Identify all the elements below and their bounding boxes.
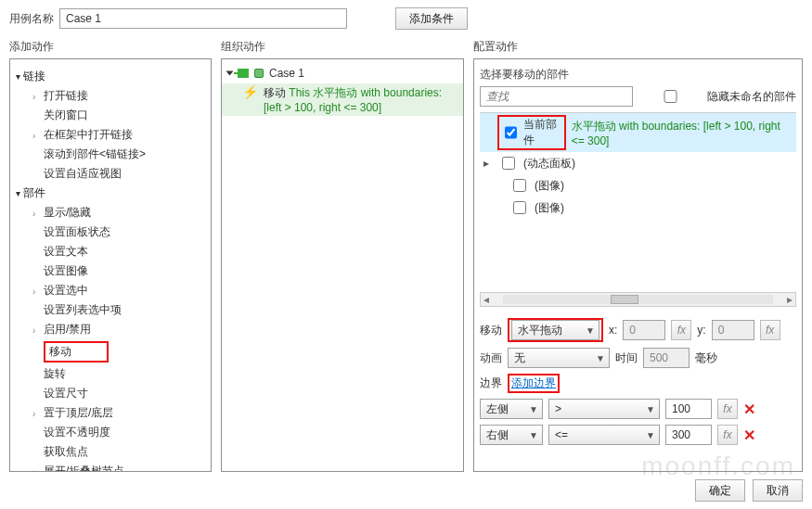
- widget-image1-name: (图像): [535, 178, 564, 194]
- tree-item-set-text[interactable]: 设置文本: [16, 242, 205, 261]
- anim-time-input: [643, 348, 690, 368]
- tree-item-scroll-to[interactable]: 滚动到部件<锚链接>: [16, 145, 205, 164]
- cfg-panel: 选择要移动的部件 隐藏未命名的部件 当前部件 水平拖动 with boundar…: [473, 58, 803, 472]
- tree-item-show-hide[interactable]: 显示/隐藏: [16, 203, 205, 223]
- boundary-row-1: 左侧▼ >▼ fx ✕: [480, 399, 796, 419]
- case-name-label: 用例名称: [9, 11, 54, 27]
- boundary-label: 边界: [480, 375, 502, 391]
- b1-delete-icon[interactable]: ✕: [743, 401, 755, 418]
- search-input[interactable]: [480, 86, 633, 107]
- x-fx-button[interactable]: fx: [671, 320, 691, 340]
- hide-unnamed-checkbox[interactable]: [642, 90, 699, 103]
- move-y-input: [712, 320, 754, 340]
- boundary-row-2: 右侧▼ <=▼ fx ✕: [480, 425, 796, 445]
- org-action-panel[interactable]: Case 1 ⚡ 移动 This 水平拖动 with boundaries: […: [221, 58, 464, 472]
- tree-item-enable-disable[interactable]: 启用/禁用: [16, 320, 205, 339]
- widget-list-hscroll[interactable]: ◂ ▸: [480, 292, 796, 307]
- b2-side-select[interactable]: 右侧▼: [480, 425, 543, 445]
- b1-side-select[interactable]: 左侧▼: [480, 399, 543, 419]
- widget-dynpanel-name: (动态面板): [523, 156, 575, 172]
- b2-fx-button[interactable]: fx: [717, 425, 738, 445]
- tree-item-adaptive-view[interactable]: 设置自适应视图: [16, 164, 205, 184]
- add-boundary-link[interactable]: 添加边界: [511, 376, 556, 389]
- move-label: 移动: [480, 323, 502, 338]
- case-badge-icon: [254, 69, 264, 78]
- scroll-right-icon[interactable]: ▸: [784, 294, 795, 305]
- tree-group-widget[interactable]: 部件: [16, 185, 205, 201]
- move-mode-select[interactable]: 水平拖动▼: [511, 320, 599, 340]
- y-label: y:: [697, 324, 705, 337]
- b2-op-select[interactable]: <=▼: [548, 425, 660, 445]
- widget-dynpanel-checkbox[interactable]: [502, 157, 515, 170]
- tree-item-set-image[interactable]: 设置图像: [16, 261, 205, 281]
- tree-item-move[interactable]: 移动: [16, 339, 205, 364]
- widget-list[interactable]: 当前部件 水平拖动 with boundaries: [left > 100, …: [480, 112, 796, 288]
- b1-op-select[interactable]: >▼: [548, 399, 660, 419]
- move-x-input: [623, 320, 665, 340]
- scroll-thumb[interactable]: [611, 295, 638, 304]
- add-action-title: 添加动作: [9, 39, 212, 55]
- widget-row-image1[interactable]: (图像): [480, 174, 796, 197]
- tree-item-set-size[interactable]: 设置尺寸: [16, 384, 205, 403]
- tree-item-set-list-selected[interactable]: 设置列表选中项: [16, 300, 205, 320]
- b2-delete-icon[interactable]: ✕: [743, 426, 755, 444]
- tree-item-panel-state[interactable]: 设置面板状态: [16, 223, 205, 242]
- tree-item-focus[interactable]: 获取焦点: [16, 442, 205, 462]
- chevron-down-icon: ▼: [529, 430, 538, 440]
- widget-row-current[interactable]: 当前部件 水平拖动 with boundaries: [left > 100, …: [480, 113, 796, 152]
- tree-item-open-in-frame[interactable]: 在框架中打开链接: [16, 125, 205, 145]
- anim-select[interactable]: 无▼: [508, 348, 610, 368]
- widget-current-name: 当前部件: [523, 117, 562, 148]
- action-tree-panel[interactable]: 链接 打开链接 关闭窗口 在框架中打开链接 滚动到部件<锚链接> 设置自适应视图…: [9, 58, 212, 472]
- b2-value-input[interactable]: [665, 425, 712, 445]
- case-node[interactable]: Case 1: [222, 63, 463, 83]
- bolt-icon: ⚡: [242, 85, 258, 98]
- add-condition-button[interactable]: 添加条件: [395, 7, 468, 30]
- tree-item-set-selected[interactable]: 设置选中: [16, 281, 205, 300]
- cancel-button[interactable]: 取消: [753, 479, 803, 502]
- chevron-down-icon: ▼: [586, 325, 595, 336]
- action-node-desc: This 水平拖动 with boundaries: [left > 100, …: [264, 86, 442, 114]
- select-widget-title: 选择要移动的部件: [480, 67, 796, 83]
- widget-current-desc: 水平拖动 with boundaries: [left > 100, right…: [572, 119, 796, 147]
- tree-item-close-window[interactable]: 关闭窗口: [16, 106, 205, 125]
- widget-image2-checkbox[interactable]: [513, 201, 526, 214]
- hide-unnamed-label: 隐藏未命名的部件: [707, 89, 796, 105]
- tree-group-link[interactable]: 链接: [16, 69, 205, 84]
- scroll-left-icon[interactable]: ◂: [481, 294, 492, 305]
- org-action-title: 组织动作: [221, 39, 464, 55]
- tree-item-rotate[interactable]: 旋转: [16, 364, 205, 384]
- action-node[interactable]: ⚡ 移动 This 水平拖动 with boundaries: [left > …: [222, 83, 463, 116]
- case-icon: [238, 69, 249, 78]
- b1-fx-button[interactable]: fx: [717, 399, 738, 419]
- chevron-down-icon: ▼: [596, 353, 605, 363]
- expand-icon[interactable]: ▸: [483, 157, 493, 170]
- chevron-down-icon: ▼: [529, 404, 538, 414]
- widget-current-checkbox[interactable]: [505, 126, 517, 139]
- tree-item-bring-front-back[interactable]: 置于顶层/底层: [16, 403, 205, 423]
- move-mode-value: 水平拖动: [518, 323, 562, 338]
- anim-label: 动画: [480, 350, 502, 366]
- widget-row-image2[interactable]: (图像): [480, 197, 796, 219]
- tree-item-open-link[interactable]: 打开链接: [16, 86, 205, 106]
- time-label: 时间: [615, 350, 638, 366]
- chevron-down-icon: ▼: [646, 430, 655, 440]
- tree-item-expand-tree[interactable]: 展开/折叠树节点: [16, 462, 205, 472]
- ok-button[interactable]: 确定: [695, 479, 745, 502]
- tree-item-set-opacity[interactable]: 设置不透明度: [16, 423, 205, 442]
- expand-icon[interactable]: [226, 71, 234, 76]
- case-node-label: Case 1: [269, 67, 304, 80]
- b1-value-input[interactable]: [665, 399, 712, 419]
- widget-row-dynpanel[interactable]: ▸ (动态面板): [480, 152, 796, 174]
- cfg-action-title: 配置动作: [473, 39, 803, 55]
- y-fx-button[interactable]: fx: [760, 320, 780, 340]
- action-node-label: 移动: [264, 86, 286, 99]
- chevron-down-icon: ▼: [646, 404, 655, 414]
- ms-suffix: 毫秒: [695, 350, 717, 366]
- anim-value: 无: [514, 350, 525, 366]
- x-label: x:: [609, 324, 617, 337]
- widget-image2-name: (图像): [535, 200, 564, 216]
- widget-image1-checkbox[interactable]: [513, 179, 526, 192]
- case-name-input[interactable]: [59, 8, 347, 29]
